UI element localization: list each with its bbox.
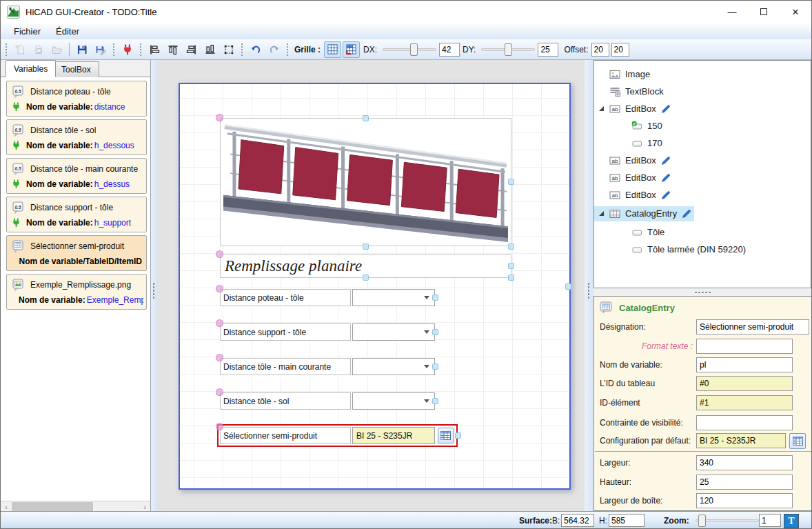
edit-pencil-icon[interactable] [661, 156, 671, 166]
text-mode-button[interactable]: T [784, 514, 799, 528]
catalog-browse-button[interactable] [438, 428, 454, 443]
form-row-label[interactable]: Distance poteau - tôle [220, 289, 351, 306]
nom-variable-input[interactable] [696, 357, 793, 372]
variable-item-exemple-image[interactable]: Exemple_Remplissage.png Nom de variable:… [6, 274, 147, 310]
page-resize-handle[interactable] [565, 283, 571, 290]
redo-button[interactable] [265, 41, 283, 58]
undo-button[interactable] [247, 41, 264, 58]
dx-slider-thumb[interactable] [410, 43, 418, 56]
zoom-value-input[interactable] [759, 514, 781, 527]
zoom-slider-thumb[interactable] [698, 515, 706, 527]
item-id-input[interactable] [696, 395, 793, 410]
right-horizontal-splitter[interactable] [593, 288, 812, 296]
offset-y-input[interactable] [611, 43, 629, 57]
resize-handle[interactable] [432, 398, 438, 404]
left-panel-horizontal-scrollbar[interactable]: ‹ › [1, 501, 150, 511]
align-bottom-button[interactable] [201, 41, 219, 58]
grid-toggle-button[interactable] [324, 41, 341, 58]
tree-item-editbox[interactable]: ab EditBox [594, 100, 811, 117]
scrollbar-thumb[interactable] [12, 502, 93, 511]
align-right-button[interactable] [183, 41, 200, 58]
largeur-input[interactable] [696, 455, 793, 470]
move-handle[interactable] [216, 388, 223, 396]
close-button[interactable]: ✕ [780, 1, 811, 23]
toolbar-grip[interactable] [240, 43, 244, 57]
same-size-button[interactable] [220, 41, 237, 58]
form-row-dropdown[interactable] [352, 358, 435, 375]
plug-button[interactable] [119, 41, 136, 58]
tree-item-tole[interactable]: Tôle [594, 223, 811, 241]
move-handle[interactable] [216, 354, 223, 361]
menu-editer[interactable]: Éditer [50, 25, 85, 38]
move-handle[interactable] [216, 423, 223, 430]
visibility-input[interactable] [696, 415, 793, 430]
tree-item-editbox[interactable]: ab EditBox [594, 169, 811, 186]
table-id-input[interactable] [696, 376, 793, 391]
move-handle[interactable] [216, 250, 223, 258]
resize-handle[interactable] [508, 179, 514, 185]
save-as-button[interactable] [92, 41, 109, 58]
variable-item-semi-produit[interactable]: Sélectionner semi-produit Nom de variabl… [6, 235, 147, 271]
resize-handle[interactable] [508, 275, 514, 281]
catalog-row-label[interactable]: Sélectionner semi-produit [220, 427, 351, 444]
tree-item-textblock[interactable]: TextBlock [594, 83, 811, 100]
variable-item-distance[interactable]: 0.5 Distance poteau - tôle Nom de variab… [6, 81, 147, 117]
new-file-button[interactable] [11, 41, 28, 58]
resize-handle[interactable] [508, 263, 514, 269]
toolbar-grip[interactable] [112, 43, 116, 57]
toolbar-grip[interactable] [4, 43, 8, 57]
variable-item-h-support[interactable]: 0.5 Distance support - tôle Nom de varia… [6, 197, 147, 232]
move-handle[interactable] [216, 319, 223, 327]
open-button[interactable] [48, 41, 65, 58]
form-row-dropdown[interactable] [352, 392, 435, 410]
align-left-button[interactable] [145, 41, 163, 58]
resize-handle[interactable] [432, 329, 438, 335]
form-image-element[interactable] [220, 118, 511, 246]
form-row-label[interactable]: Distance tôle - sol [220, 392, 351, 410]
designation-input[interactable] [696, 319, 809, 335]
tree-item-tole-larmee[interactable]: Tôle larmée (DIN 59220) [594, 241, 811, 258]
hauteur-input[interactable] [696, 475, 793, 490]
default-config-input[interactable] [696, 433, 786, 448]
align-top-button[interactable] [164, 41, 181, 58]
tree-item-value-170[interactable]: 170 [594, 134, 811, 152]
right-splitter[interactable] [585, 60, 593, 511]
surface-h-input[interactable] [609, 514, 644, 527]
dy-value-input[interactable] [538, 43, 558, 57]
tree-item-editbox[interactable]: ab EditBox [594, 186, 811, 203]
save-button[interactable] [73, 41, 90, 58]
grid-snap-button[interactable] [343, 41, 360, 58]
scroll-right-arrow-icon[interactable]: › [139, 501, 150, 512]
tab-variables[interactable]: Variables [6, 60, 56, 77]
toolbar-grip[interactable] [285, 43, 290, 57]
dx-value-input[interactable] [439, 43, 460, 57]
resize-handle[interactable] [508, 243, 514, 250]
format-texte-input[interactable] [696, 339, 793, 354]
edit-pencil-icon[interactable] [682, 209, 691, 219]
tree-item-editbox[interactable]: ab EditBox [594, 152, 811, 169]
toolbar-grip[interactable] [139, 43, 143, 57]
resize-handle[interactable] [432, 363, 438, 370]
scroll-left-arrow-icon[interactable]: ‹ [1, 501, 12, 512]
form-row-label[interactable]: Distance support - tôle [220, 323, 351, 341]
surface-b-input[interactable] [561, 514, 594, 527]
resize-handle[interactable] [363, 275, 369, 281]
form-row-label[interactable]: Distance tôle - main courante [220, 358, 351, 375]
left-splitter[interactable] [151, 60, 157, 511]
resize-handle[interactable] [455, 432, 461, 439]
dy-slider[interactable] [481, 43, 535, 56]
offset-x-input[interactable] [591, 43, 609, 57]
variable-item-h-dessus[interactable]: 0.5 Distance tôle - main courante Nom de… [6, 158, 147, 194]
catalog-row-value[interactable]: BI 25 - S235JR [352, 427, 435, 444]
design-canvas[interactable]: Remplissage planaire Distance poteau - t… [157, 60, 585, 511]
reload-button[interactable] [30, 41, 47, 58]
minimize-button[interactable]: — [716, 1, 748, 23]
tree-item-catalogentry[interactable]: CatalogEntry [594, 203, 811, 223]
resize-handle[interactable] [432, 295, 438, 301]
expander-icon[interactable] [599, 106, 604, 111]
dy-slider-thumb[interactable] [505, 43, 512, 56]
dx-slider[interactable] [383, 43, 436, 56]
tree-item-image[interactable]: Image [594, 66, 811, 83]
variable-item-h-dessous[interactable]: 0.5 Distance tôle - sol Nom de variable:… [6, 119, 147, 155]
tab-toolbox[interactable]: ToolBox [53, 61, 99, 77]
